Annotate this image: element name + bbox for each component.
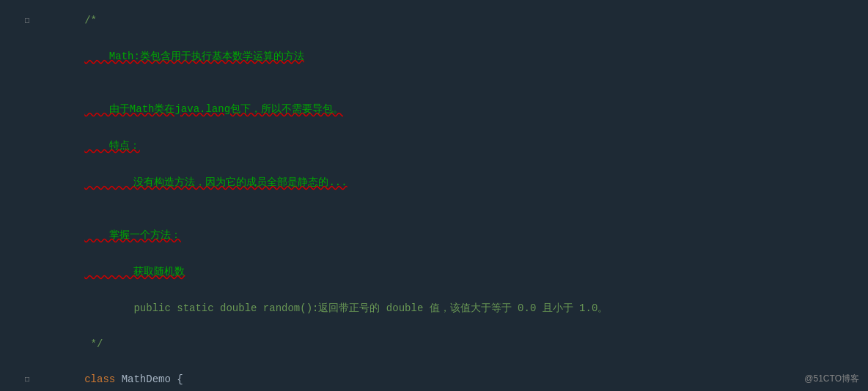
line-7	[0, 201, 868, 217]
comment-end: */	[84, 338, 103, 350]
comment-feature: 特点：	[84, 140, 140, 152]
code-line-8: 掌握一个方法：	[32, 217, 868, 253]
line-1: □ /*	[0, 3, 868, 38]
line-4: 由于Math类在java.lang包下，所以不需要导包。	[0, 91, 868, 127]
comment-no-constructor: 没有构造方法，因为它的成员全部是静态的...	[84, 176, 347, 188]
line-6: 没有构造方法，因为它的成员全部是静态的...	[0, 164, 868, 201]
code-line-1: /*	[32, 3, 868, 38]
code-editor: □ /* Math:类包含用于执行基本数学运算的方法 由	[0, 0, 868, 391]
code-line-6: 没有构造方法，因为它的成员全部是静态的...	[32, 164, 868, 201]
code-line-12: class MathDemo {	[32, 362, 868, 391]
line-8: 掌握一个方法：	[0, 217, 868, 253]
code-line-7	[32, 203, 868, 215]
code-area: □ /* Math:类包含用于执行基本数学运算的方法 由	[0, 0, 868, 391]
comment-java-lang: 由于Math类在java.lang包下，所以不需要导包。	[84, 103, 343, 115]
code-line-3	[32, 77, 868, 89]
code-line-4: 由于Math类在java.lang包下，所以不需要导包。	[32, 91, 868, 127]
code-line-11: */	[32, 327, 868, 362]
class-name: MathDemo	[122, 373, 177, 385]
fold-icon-12[interactable]: □	[22, 376, 32, 384]
fold-icon-1[interactable]: □	[22, 17, 32, 25]
comment-random-sig: public static double random():返回带正号的 dou…	[84, 302, 608, 314]
line-3	[0, 75, 868, 91]
line-11: */	[0, 327, 868, 362]
collapse-icon[interactable]: □	[25, 17, 29, 25]
line-9: 获取随机数	[0, 253, 868, 290]
line-10: public static double random():返回带正号的 dou…	[0, 290, 868, 327]
brace-open: {	[177, 373, 183, 385]
code-line-2: Math:类包含用于执行基本数学运算的方法	[32, 38, 868, 75]
code-line-9: 获取随机数	[32, 253, 868, 290]
keyword-class: class	[84, 373, 121, 385]
code-line-5: 特点：	[32, 127, 868, 164]
watermark: @51CTO博客	[804, 373, 859, 385]
line-5: 特点：	[0, 127, 868, 164]
line-12: □ class MathDemo {	[0, 362, 868, 391]
code-line-10: public static double random():返回带正号的 dou…	[32, 290, 868, 327]
comment-get-random: 获取随机数	[84, 266, 185, 278]
comment-start: /*	[84, 15, 97, 26]
comment-master-method: 掌握一个方法：	[84, 229, 181, 241]
line-2: Math:类包含用于执行基本数学运算的方法	[0, 38, 868, 75]
collapse-class-icon[interactable]: □	[25, 376, 29, 384]
comment-math: Math:类包含用于执行基本数学运算的方法	[84, 51, 304, 62]
